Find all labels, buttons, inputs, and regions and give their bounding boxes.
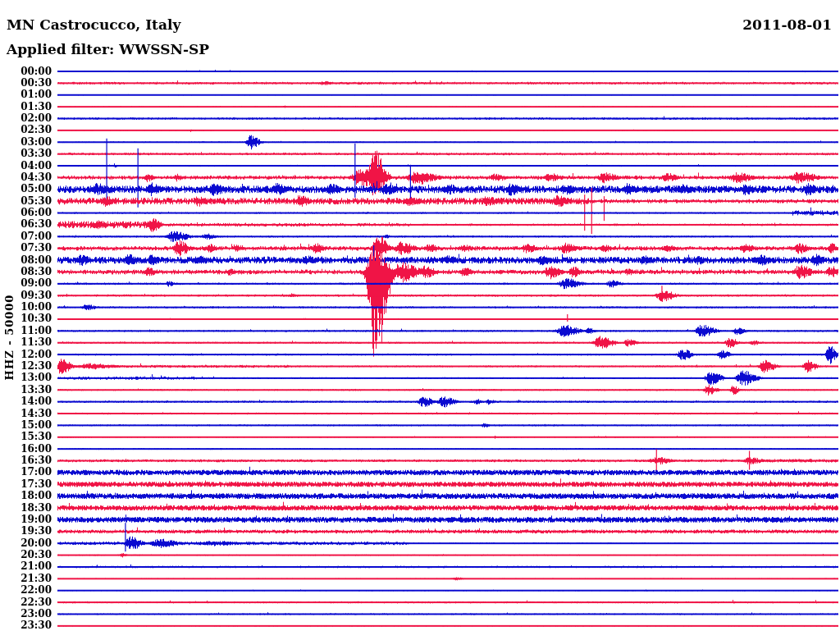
- time-label: 13:30: [14, 385, 52, 395]
- time-label: 15:00: [14, 420, 52, 431]
- time-label: 22:30: [14, 597, 52, 608]
- time-label: 20:30: [14, 550, 52, 560]
- time-label: 16:00: [14, 444, 52, 455]
- time-label: 03:30: [14, 149, 52, 159]
- time-label: 21:30: [14, 574, 52, 584]
- time-label: 07:00: [14, 231, 52, 242]
- time-label: 10:00: [14, 302, 52, 313]
- time-label: 09:30: [14, 290, 52, 301]
- helicorder-page: MN Castrocucco, Italy 2011-08-01 Applied…: [0, 0, 840, 640]
- time-label: 23:30: [14, 620, 52, 631]
- time-label: 02:30: [14, 125, 52, 135]
- time-label: 08:00: [14, 255, 52, 266]
- time-label: 11:00: [14, 326, 52, 336]
- time-label: 05:00: [14, 184, 52, 194]
- time-label: 03:00: [14, 137, 52, 148]
- filter-label: Applied filter: WWSSN-SP: [7, 41, 209, 57]
- time-label: 09:00: [14, 278, 52, 289]
- record-date: 2011-08-01: [742, 16, 832, 33]
- time-label: 17:00: [14, 467, 52, 478]
- time-label: 04:30: [14, 172, 52, 183]
- time-label: 17:30: [14, 479, 52, 490]
- time-label: 15:30: [14, 432, 52, 442]
- time-label: 18:00: [14, 491, 52, 501]
- time-label: 19:30: [14, 526, 52, 537]
- time-label: 20:00: [14, 538, 52, 549]
- time-label: 14:00: [14, 396, 52, 407]
- seismogram-traces-canvas: [0, 0, 840, 640]
- time-label: 05:30: [14, 196, 52, 207]
- time-label: 08:30: [14, 267, 52, 277]
- time-label: 01:00: [14, 89, 52, 100]
- time-label: 12:00: [14, 350, 52, 360]
- time-label: 23:00: [14, 609, 52, 619]
- time-label: 18:30: [14, 503, 52, 514]
- time-label: 00:30: [14, 78, 52, 89]
- time-label: 00:00: [14, 66, 52, 77]
- time-label: 10:30: [14, 313, 52, 324]
- time-label: 12:30: [14, 361, 52, 372]
- time-label: 21:00: [14, 561, 52, 572]
- channel-scale-label: HHZ - 50000: [3, 280, 15, 395]
- time-label: 01:30: [14, 102, 52, 112]
- time-label: 13:00: [14, 373, 52, 383]
- time-label: 19:00: [14, 514, 52, 525]
- time-label: 06:00: [14, 208, 52, 218]
- time-label: 11:30: [14, 337, 52, 348]
- station-title: MN Castrocucco, Italy: [7, 16, 180, 33]
- time-label: 14:30: [14, 409, 52, 419]
- time-label: 02:00: [14, 113, 52, 124]
- time-label: 16:30: [14, 455, 52, 466]
- time-label: 06:30: [14, 219, 52, 230]
- time-label: 04:00: [14, 161, 52, 171]
- time-label: 22:00: [14, 585, 52, 596]
- time-label: 07:30: [14, 243, 52, 254]
